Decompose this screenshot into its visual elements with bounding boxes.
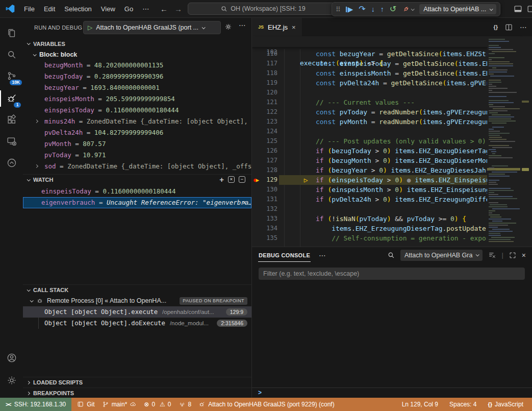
menu-view[interactable]: View bbox=[96, 3, 120, 15]
loaded-scripts-header[interactable]: LOADED SCRIPTS bbox=[23, 377, 251, 388]
add-watch-icon[interactable]: + bbox=[219, 176, 224, 183]
cursor-position-item[interactable]: Ln 129, Col 9 bbox=[397, 401, 443, 408]
overview-ruler[interactable] bbox=[520, 37, 532, 247]
variable-row[interactable]: pvToday = 10.971 bbox=[23, 150, 251, 161]
editor-tab-bar: JS EHZ.js × {} ⋯ bbox=[252, 18, 532, 36]
editor-group: JS EHZ.js × {} ⋯ 103 execute: (event) =>… bbox=[252, 18, 532, 247]
toggle-panel-layout-icon[interactable] bbox=[514, 5, 522, 13]
toolbar-grip-icon[interactable]: ⠿ bbox=[336, 6, 340, 13]
git-status-item[interactable]: Git bbox=[73, 401, 98, 408]
extensions-icon[interactable] bbox=[0, 110, 23, 130]
remove-watch-icon[interactable]: × bbox=[242, 197, 246, 208]
menu-go[interactable]: Go bbox=[120, 3, 138, 15]
remote-indicator[interactable]: >< SSH: 192.168.1.30 bbox=[0, 398, 71, 411]
tab-close-icon[interactable]: × bbox=[292, 23, 296, 31]
remote-icon: >< bbox=[6, 401, 11, 407]
views-more-icon[interactable]: ⋯ bbox=[239, 21, 246, 29]
console-filter-input[interactable] bbox=[259, 268, 525, 280]
clear-console-icon[interactable] bbox=[488, 251, 496, 259]
repl-prompt[interactable]: > bbox=[252, 388, 532, 398]
bug-icon bbox=[36, 297, 43, 304]
sticky-code: execute: (event) => { bbox=[284, 58, 383, 68]
configure-gear-icon[interactable] bbox=[224, 23, 232, 31]
status-bar: >< SSH: 192.168.1.30 Git main* ⊗0 ⚠0 8 A… bbox=[0, 398, 532, 411]
search-icon bbox=[221, 6, 227, 12]
source-control-icon[interactable]: 10K bbox=[0, 66, 23, 86]
menu-edit[interactable]: Edit bbox=[39, 3, 60, 15]
callstack-frame[interactable]: Object [object Object].doExecute/node_mo… bbox=[23, 318, 251, 329]
watch-row[interactable]: einspeisToday = 0.11600000000180444 bbox=[23, 186, 251, 197]
debug-badge: 1 bbox=[14, 102, 21, 108]
search-view-icon[interactable] bbox=[0, 44, 23, 65]
tunnels-view-icon[interactable] bbox=[0, 153, 23, 173]
variable-row[interactable]: sod = ZonedDateTime {_dateTime: [object … bbox=[23, 161, 251, 172]
callstack-frame[interactable]: Object [object Object].execute/openhab/c… bbox=[23, 306, 251, 318]
git-branch-item[interactable]: main* bbox=[98, 401, 141, 408]
variables-section-header[interactable]: VARIABLES bbox=[23, 38, 251, 49]
settings-gear-icon[interactable] bbox=[0, 370, 23, 391]
variable-row[interactable]: bezugYear = 1693.8400000000001 bbox=[23, 82, 251, 93]
debug-console-panel: DEBUG CONSOLE ⋯ Attach to OpenHAB Gra | … bbox=[252, 247, 532, 398]
variable-row[interactable]: pvMonth = 807.57 bbox=[23, 138, 251, 150]
step-into-button[interactable]: ↓ bbox=[371, 6, 375, 13]
sidebar-title: RUN AND DEBUG bbox=[34, 25, 82, 31]
accounts-icon[interactable] bbox=[0, 348, 23, 368]
callstack-frames: Object [object Object].execute/openhab/c… bbox=[23, 306, 251, 329]
variable-row[interactable]: minus24h = ZonedDateTime {_dateTime: [ob… bbox=[23, 116, 251, 127]
collapse-watch-icon[interactable]: − bbox=[239, 176, 245, 183]
console-search-icon[interactable] bbox=[388, 252, 395, 259]
run-and-debug-icon[interactable]: 1 bbox=[0, 88, 23, 109]
customize-layout-icon[interactable] bbox=[527, 5, 532, 13]
minimap[interactable] bbox=[487, 37, 520, 247]
sticky-scroll-line[interactable]: 103 execute: (event) => { bbox=[252, 36, 520, 47]
variables-scope-row[interactable]: Block: block bbox=[23, 50, 251, 60]
split-editor-icon[interactable] bbox=[505, 23, 513, 31]
variable-row[interactable]: einspeisToday = 0.11600000000180444 bbox=[23, 105, 251, 116]
problems-item[interactable]: ⊗0 ⚠0 bbox=[140, 401, 174, 408]
variable-row[interactable]: bezugToday = 0.2809999999990396 bbox=[23, 71, 251, 82]
step-over-button[interactable]: ↷ bbox=[359, 5, 365, 13]
breakpoints-header[interactable]: BREAKPOINTS bbox=[23, 388, 251, 398]
vscode-window: File Edit Selection View Go ⋯ ← → OH (Wo… bbox=[0, 0, 532, 411]
console-session-select[interactable]: Attach to OpenHAB Gra bbox=[400, 250, 483, 261]
navigate-forward-icon[interactable]: → bbox=[174, 5, 182, 13]
disconnect-button[interactable] bbox=[402, 6, 414, 13]
language-mode-item[interactable]: {} JavaScript bbox=[483, 401, 528, 408]
panel-more-icon[interactable]: ⋯ bbox=[319, 251, 326, 259]
restart-button[interactable]: ↺ bbox=[390, 5, 396, 13]
panel-header: DEBUG CONSOLE ⋯ Attach to OpenHAB Gra | … bbox=[252, 247, 532, 263]
callstack-session-row[interactable]: Remote Process [0] « Attach to OpenHA...… bbox=[23, 295, 251, 306]
maximize-panel-icon[interactable] bbox=[509, 252, 516, 259]
remove-all-watch-icon[interactable]: × bbox=[228, 176, 235, 183]
start-debug-icon[interactable]: ▷ bbox=[88, 24, 92, 31]
indentation-item[interactable]: Spaces: 4 bbox=[445, 401, 481, 408]
editor-more-icon[interactable]: ⋯ bbox=[520, 23, 527, 31]
breakpoint-icon[interactable]: ●▶ bbox=[253, 175, 262, 185]
menu-more-icon[interactable]: ⋯ bbox=[138, 3, 154, 15]
language-icon: {} bbox=[488, 401, 492, 407]
variable-row[interactable]: pvDelta24h = 104.82799999999406 bbox=[23, 127, 251, 138]
step-out-button[interactable]: ↑ bbox=[381, 6, 384, 13]
sticky-line-number: 103 bbox=[252, 47, 277, 58]
tab-debug-console[interactable]: DEBUG CONSOLE bbox=[258, 249, 311, 262]
close-panel-icon[interactable]: × bbox=[522, 251, 526, 259]
menu-selection[interactable]: Selection bbox=[60, 3, 96, 15]
ports-item[interactable]: 8 bbox=[175, 401, 195, 408]
watch-row[interactable]: eigenverbrauch = Uncaught ReferenceError… bbox=[23, 197, 251, 208]
command-center-search[interactable]: OH (Workspace) [SSH: 19 bbox=[188, 3, 339, 15]
tab-ehz-js[interactable]: JS EHZ.js × bbox=[252, 18, 302, 36]
watch-section-header[interactable]: WATCH + × − bbox=[23, 174, 251, 185]
sticky-scroll-icon[interactable]: {} bbox=[493, 24, 498, 30]
menu-file[interactable]: File bbox=[19, 3, 39, 15]
debug-session-select[interactable]: Attach to OpenHAB ... bbox=[419, 4, 496, 14]
navigate-back-icon[interactable]: ← bbox=[160, 5, 168, 13]
debug-status-item[interactable]: Attach to OpenHAB GraalJS (port 9229) (c… bbox=[195, 401, 338, 408]
continue-button[interactable]: ▶ bbox=[346, 6, 353, 13]
remote-explorer-icon[interactable] bbox=[0, 131, 23, 152]
explorer-icon[interactable] bbox=[0, 23, 23, 43]
prompt-chevron-icon: > bbox=[258, 389, 262, 396]
launch-config-select[interactable]: ▷ Attach to OpenHAB GraalJS (port ... bbox=[83, 21, 221, 34]
callstack-section-header[interactable]: CALL STACK bbox=[23, 284, 251, 295]
variable-row[interactable]: bezugMonth = 48.202000000001135 bbox=[23, 60, 251, 71]
variable-row[interactable]: einspeisMonth = 205.59999999999854 bbox=[23, 93, 251, 105]
